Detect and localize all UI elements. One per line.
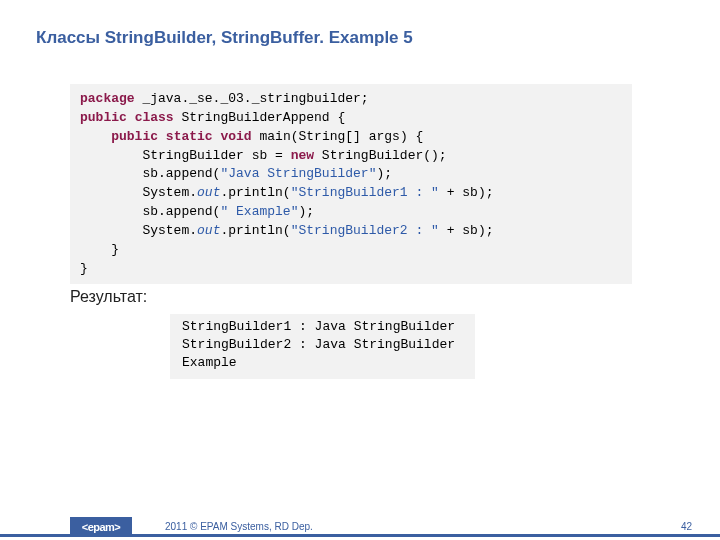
code-text: StringBuilder sb = (80, 148, 291, 163)
code-text: + sb); (439, 185, 494, 200)
code-block: package _java._se._03._stringbuilder; pu… (70, 84, 632, 284)
string-literal: "StringBuilder1 : " (291, 185, 439, 200)
epam-logo: <epam> (70, 517, 132, 537)
kw-public: public (80, 110, 127, 125)
code-text: main(String[] args) { (252, 129, 424, 144)
kw-package: package (80, 91, 135, 106)
result-label: Результат: (70, 288, 147, 306)
code-text: sb.append( (80, 166, 220, 181)
page-number: 42 (681, 521, 692, 532)
kw-public: public (111, 129, 158, 144)
kw-void: void (220, 129, 251, 144)
code-text: StringBuilderAppend { (174, 110, 346, 125)
code-text: .println( (220, 223, 290, 238)
output-block: StringBuilder1 : Java StringBuilder Stri… (170, 314, 475, 379)
footer-copyright: 2011 © EPAM Systems, RD Dep. (165, 521, 313, 532)
code-text: _java._se._03._stringbuilder; (135, 91, 369, 106)
string-literal: "Java StringBuilder" (220, 166, 376, 181)
kw-new: new (291, 148, 314, 163)
kw-static: static (166, 129, 213, 144)
code-text: sb.append( (80, 204, 220, 219)
code-text: .println( (220, 185, 290, 200)
code-text: } (80, 242, 119, 257)
code-text: } (80, 261, 88, 276)
field-out: out (197, 185, 220, 200)
code-text: + sb); (439, 223, 494, 238)
code-text: ); (376, 166, 392, 181)
code-text: StringBuilder(); (314, 148, 447, 163)
slide-title: Классы StringBuilder, StringBuffer. Exam… (36, 28, 413, 48)
kw-class: class (135, 110, 174, 125)
footer: <epam> 2011 © EPAM Systems, RD Dep. 42 (0, 514, 720, 540)
string-literal: " Example" (220, 204, 298, 219)
code-text: System. (80, 223, 197, 238)
code-text: ); (298, 204, 314, 219)
field-out: out (197, 223, 220, 238)
code-text: System. (80, 185, 197, 200)
string-literal: "StringBuilder2 : " (291, 223, 439, 238)
